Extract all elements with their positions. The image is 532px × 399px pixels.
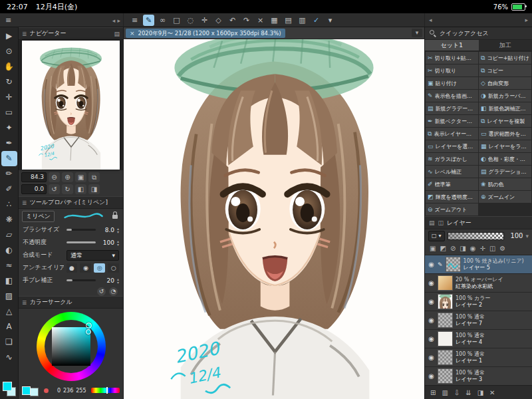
rotate-left-button[interactable]: ↺ [49, 184, 60, 194]
rotate-value[interactable]: 0.0 [21, 184, 47, 194]
zoom-in-button[interactable]: ⊕ [62, 172, 73, 182]
figure-tool[interactable]: △ [1, 304, 17, 319]
quick-access-item[interactable]: ▭選択範囲外をレイヤー [479, 128, 531, 140]
fit-screen-button[interactable]: ▣ [75, 172, 86, 182]
panel-collapse-right-icon[interactable]: ▸ [117, 17, 120, 24]
zoom-out-button[interactable]: ⊖ [49, 172, 60, 182]
quick-access-item[interactable]: ✂切り取り+貼り付け [426, 52, 478, 64]
right-panel-expand-icon[interactable]: ▸ [525, 17, 528, 23]
active-pen-tool-icon[interactable]: ✎ [143, 15, 154, 26]
lock-layer-icon[interactable]: ⊘ [450, 245, 456, 252]
material-icon[interactable]: ▥ [297, 15, 308, 26]
navigator-menu-icon[interactable]: ▤ [114, 31, 120, 37]
ruler-icon[interactable]: ✛ [479, 245, 485, 252]
visibility-toggle-icon[interactable]: ◉ [428, 261, 435, 268]
antialias-strong-button[interactable]: ○ [108, 263, 119, 273]
operation-tool[interactable]: ▶ [1, 29, 17, 44]
zoom-tool[interactable]: ⊙ [1, 44, 17, 59]
gradient-tool[interactable]: ▨ [1, 289, 17, 304]
visibility-toggle-icon[interactable]: ◉ [428, 317, 435, 324]
quick-access-item[interactable]: ▦レイヤーをラスタライズ [479, 140, 531, 152]
sv-marker[interactable] [86, 329, 91, 334]
layer-row[interactable]: ◉✎100 % 焼き込み(リニア)レイヤー 5 [425, 255, 532, 274]
canvas-viewport[interactable] [124, 39, 424, 399]
clear-icon[interactable]: × [255, 15, 266, 26]
layer-thumbnail[interactable] [438, 368, 453, 384]
fill-tool[interactable]: ◧ [1, 273, 17, 289]
grid-icon[interactable]: ▦ [269, 15, 280, 26]
confirm-icon[interactable]: ✓ [311, 15, 322, 26]
reference-layer-icon[interactable]: ◉ [470, 245, 476, 252]
hue-slider-marker[interactable] [106, 387, 108, 394]
lock-icon[interactable] [112, 215, 118, 219]
brush-size-stepper[interactable]: ▴▾ [117, 227, 119, 233]
layers-palette-icon[interactable]: ▤ [429, 219, 435, 226]
quick-access-item[interactable]: ≋ガラスぼかし [426, 153, 478, 165]
quick-access-item[interactable]: ◇自由変形 [479, 77, 531, 89]
document-tab[interactable]: × 2020年9月〜 21/28 (1200 x 1600px 350dpi 8… [126, 29, 285, 38]
pencil-tool[interactable]: ✏ [1, 166, 17, 182]
quick-access-item[interactable]: ⊕ズームイン [479, 191, 531, 203]
opacity-stepper[interactable]: ▴▾ [117, 239, 119, 246]
layer-thumbnail[interactable] [446, 257, 461, 272]
quick-access-item[interactable]: ⊖ズームアウト [426, 203, 478, 215]
transfer-down-button[interactable]: ⇩ [454, 389, 460, 396]
layer-property-icon[interactable]: ◫ [438, 219, 444, 226]
snap-icon[interactable]: ▤ [283, 15, 294, 26]
rotate-canvas-tool[interactable]: ↻ [1, 74, 17, 90]
antialias-none-button[interactable]: ● [66, 263, 78, 273]
right-panel-collapse-icon[interactable]: ◂ [429, 17, 432, 23]
layer-thumbnail[interactable] [438, 331, 453, 346]
quick-access-item[interactable]: ⧉表示レイヤーのコピー [426, 128, 478, 140]
delete-layer-button[interactable]: ✕ [489, 389, 495, 396]
quick-access-item[interactable]: ❀肌の色 [479, 178, 531, 190]
navigator-preview[interactable] [19, 40, 123, 170]
eraser-tool[interactable]: ▱ [1, 227, 17, 243]
reset-tool-button[interactable]: ↺ [97, 287, 106, 296]
transform-icon[interactable]: ◇ [213, 15, 224, 26]
quick-access-item[interactable]: ▤新規グラデーション [426, 102, 478, 114]
quick-access-item[interactable]: ▤グラデーションマップ [479, 166, 531, 178]
auto-select-tool[interactable]: ✦ [1, 120, 17, 136]
quick-access-tab-processing[interactable]: 加工 [479, 40, 532, 51]
layer-row[interactable]: ◉100 % 通常レイヤー 3 [425, 367, 532, 385]
eyedropper-tool[interactable]: ✒ [1, 136, 17, 151]
layer-row[interactable]: ◉100 % 通常レイヤー 1 [425, 348, 532, 367]
layer-thumbnail[interactable] [438, 313, 453, 328]
quick-access-item[interactable]: ✐標準筆 [426, 178, 478, 190]
liquify-tool[interactable]: ≈ [1, 258, 17, 273]
quick-access-item[interactable]: ✂切り取り [426, 65, 478, 76]
layer-row[interactable]: ◉100 % 通常レイヤー 4 [425, 330, 532, 348]
hue-slider[interactable] [91, 388, 120, 393]
line-correct-tool[interactable]: ∿ [1, 350, 17, 365]
new-folder-button[interactable]: ▥ [442, 389, 448, 396]
airbrush-tool[interactable]: ∴ [1, 197, 17, 212]
layer-mask-icon[interactable]: ▣ [430, 245, 436, 252]
stabilize-stepper[interactable]: ▴▾ [117, 277, 119, 284]
visibility-toggle-icon[interactable]: ◉ [428, 298, 435, 305]
quick-access-tab-set1[interactable]: セット1 [425, 40, 479, 51]
mask-button[interactable]: ◨ [477, 389, 483, 396]
saturation-value-square[interactable] [52, 327, 90, 366]
menu-icon[interactable]: ≡ [129, 15, 140, 26]
zoom-value[interactable]: 84.3 [21, 172, 47, 182]
antialias-middle-button[interactable]: ◎ [94, 263, 105, 273]
hue-marker[interactable] [86, 323, 92, 329]
chevron-down-icon[interactable]: ▾ [525, 233, 529, 239]
rotate-right-button[interactable]: ↻ [62, 184, 73, 194]
new-layer-button[interactable]: ⊞ [430, 389, 436, 396]
actual-size-button[interactable]: ⧉ [88, 172, 100, 182]
blend-tool[interactable]: ◐ [1, 243, 17, 258]
opacity-value[interactable]: 100 [98, 239, 114, 246]
antialias-weak-button[interactable]: ◉ [80, 263, 91, 273]
move-tool[interactable]: ✛ [1, 90, 17, 105]
visibility-toggle-icon[interactable]: ◉ [428, 279, 435, 287]
sub-color-swatch[interactable] [30, 388, 39, 396]
panel-collapse-left-icon[interactable]: ◂ [112, 17, 116, 24]
quick-access-item[interactable]: ∿レベル補正 [426, 166, 478, 178]
merge-down-button[interactable]: ⇊ [466, 389, 471, 396]
brush-size-slider[interactable] [66, 229, 96, 231]
tool-history-button[interactable]: ◔ [109, 287, 118, 296]
current-tool-chip[interactable]: ミリペン [22, 211, 55, 222]
undo-icon[interactable]: ↶ [227, 15, 238, 26]
